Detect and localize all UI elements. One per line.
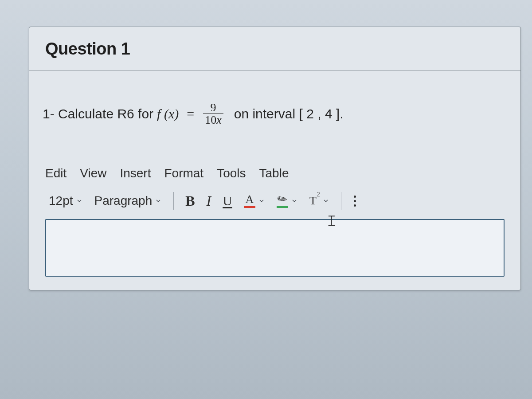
question-header: Question 1: [29, 27, 520, 70]
menu-format[interactable]: Format: [164, 166, 203, 180]
math-fraction: 9 10x: [201, 102, 225, 126]
answer-textarea[interactable]: [45, 219, 505, 277]
editor-menu-bar: Edit View Insert Format Tools Table: [43, 166, 507, 187]
fraction-denominator: 10x: [203, 113, 223, 126]
bold-button[interactable]: B: [182, 191, 198, 211]
menu-tools[interactable]: Tools: [217, 166, 246, 180]
block-format-dropdown[interactable]: Paragraph: [91, 192, 166, 210]
highlight-icon: ✎: [277, 194, 288, 208]
toolbar-divider: [341, 192, 341, 210]
math-equals: =: [182, 106, 199, 121]
text-color-dropdown[interactable]: A: [240, 192, 269, 210]
bold-icon: B: [185, 193, 195, 209]
chevron-down-icon: [322, 197, 329, 204]
question-body: 1- Calculate R6 for f (x) = 9 10x on int…: [29, 70, 520, 290]
menu-edit[interactable]: Edit: [45, 166, 66, 180]
question-prompt: 1- Calculate R6 for f (x) = 9 10x on int…: [43, 102, 507, 126]
menu-table[interactable]: Table: [259, 166, 289, 180]
chevron-down-icon: [155, 197, 162, 204]
menu-view[interactable]: View: [80, 166, 106, 180]
fraction-numerator: 9: [208, 102, 218, 113]
chevron-down-icon: [76, 197, 83, 204]
superscript-dropdown[interactable]: T2: [306, 192, 333, 209]
question-title: Question 1: [45, 39, 505, 59]
underline-button[interactable]: U: [219, 192, 236, 210]
prompt-suffix: on interval [ 2 , 4 ].: [234, 106, 344, 121]
question-card: Question 1 1- Calculate R6 for f (x) = 9…: [29, 27, 521, 290]
font-size-label: 12pt: [49, 194, 73, 208]
prompt-prefix: 1- Calculate R6 for: [43, 106, 153, 121]
text-color-icon: A: [244, 194, 255, 208]
more-options-button[interactable]: [349, 193, 360, 209]
menu-insert[interactable]: Insert: [120, 166, 151, 180]
viewport: Question 1 1- Calculate R6 for f (x) = 9…: [0, 0, 532, 399]
editor-toolbar: 12pt Paragraph B I: [43, 187, 507, 219]
italic-icon: I: [207, 193, 211, 209]
underline-icon: U: [223, 193, 232, 208]
superscript-icon: T2: [309, 194, 320, 207]
highlight-color-dropdown[interactable]: ✎: [273, 192, 301, 210]
block-format-label: Paragraph: [94, 194, 153, 208]
toolbar-divider: [173, 192, 174, 210]
chevron-down-icon: [291, 197, 298, 204]
math-function-lhs: f (x): [156, 106, 180, 121]
chevron-down-icon: [258, 197, 265, 204]
font-size-dropdown[interactable]: 12pt: [45, 192, 86, 210]
italic-button[interactable]: I: [203, 191, 215, 211]
